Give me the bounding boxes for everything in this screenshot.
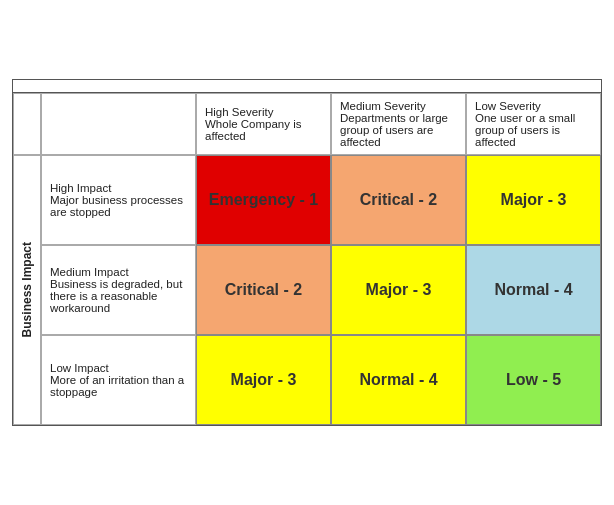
row-label-1: Medium Impact Business is degraded, but … bbox=[41, 245, 196, 335]
data-cell-r0-c2: Major - 3 bbox=[466, 155, 601, 245]
business-impact-label: Business Impact bbox=[20, 242, 34, 337]
data-cell-r2-c2: Low - 5 bbox=[466, 335, 601, 425]
data-cell-text-r0-c2: Major - 3 bbox=[501, 191, 567, 209]
data-cell-r0-c0: Emergency - 1 bbox=[196, 155, 331, 245]
data-cell-r2-c1: Normal - 4 bbox=[331, 335, 466, 425]
data-cell-text-r1-c0: Critical - 2 bbox=[225, 281, 302, 299]
data-cell-r1-c0: Critical - 2 bbox=[196, 245, 331, 335]
data-cell-text-r0-c1: Critical - 2 bbox=[360, 191, 437, 209]
row-label-normal-0: Major business processes are stopped bbox=[50, 194, 187, 218]
row-label-normal-1: Business is degraded, but there is a rea… bbox=[50, 278, 187, 314]
row-label-bold-2: Low Impact bbox=[50, 362, 187, 374]
data-cell-text-r2-c1: Normal - 4 bbox=[359, 371, 437, 389]
ms-bold: Medium Severity bbox=[340, 100, 457, 112]
row-label-2: Low Impact More of an irritation than a … bbox=[41, 335, 196, 425]
data-cell-text-r1-c2: Normal - 4 bbox=[494, 281, 572, 299]
corner-cell bbox=[13, 93, 41, 155]
table-title bbox=[13, 80, 601, 93]
matrix-container: High Severity Whole Company is affectedM… bbox=[12, 79, 602, 426]
data-cell-r1-c1: Major - 3 bbox=[331, 245, 466, 335]
data-cell-text-r2-c0: Major - 3 bbox=[231, 371, 297, 389]
row-label-bold-0: High Impact bbox=[50, 182, 187, 194]
hs-bold: High Severity bbox=[205, 106, 322, 118]
row-label-0: High Impact Major business processes are… bbox=[41, 155, 196, 245]
row-label-bold-1: Medium Impact bbox=[50, 266, 187, 278]
business-impact-cell: Business Impact bbox=[13, 155, 41, 425]
ms-normal: Departments or large group of users are … bbox=[340, 112, 457, 148]
row-label-normal-2: More of an irritation than a stoppage bbox=[50, 374, 187, 398]
header-medium-severity: Medium Severity Departments or large gro… bbox=[331, 93, 466, 155]
data-cell-r1-c2: Normal - 4 bbox=[466, 245, 601, 335]
ls-normal: One user or a small group of users is af… bbox=[475, 112, 592, 148]
page-wrapper: High Severity Whole Company is affectedM… bbox=[0, 0, 614, 505]
data-cell-text-r0-c0: Emergency - 1 bbox=[209, 191, 318, 209]
data-cell-text-r1-c1: Major - 3 bbox=[366, 281, 432, 299]
matrix-grid: High Severity Whole Company is affectedM… bbox=[13, 93, 601, 425]
data-cell-r2-c0: Major - 3 bbox=[196, 335, 331, 425]
header-high-severity: High Severity Whole Company is affected bbox=[196, 93, 331, 155]
data-cell-r0-c1: Critical - 2 bbox=[331, 155, 466, 245]
header-empty bbox=[41, 93, 196, 155]
ls-bold: Low Severity bbox=[475, 100, 592, 112]
header-low-severity: Low Severity One user or a small group o… bbox=[466, 93, 601, 155]
hs-normal: Whole Company is affected bbox=[205, 118, 322, 142]
data-cell-text-r2-c2: Low - 5 bbox=[506, 371, 561, 389]
